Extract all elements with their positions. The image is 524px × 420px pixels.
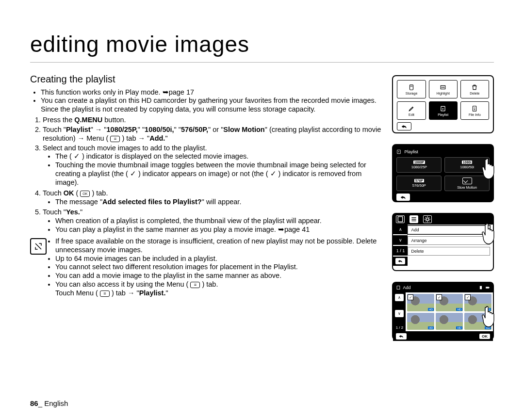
svg-rect-0: [410, 84, 413, 90]
note-item: You can add a movie image to the playlis…: [55, 272, 381, 280]
t: Q.MENU: [74, 116, 102, 124]
t: 1080/25P,: [107, 126, 138, 133]
trash-icon: [471, 84, 478, 91]
page-indicator: 1 / 2: [396, 325, 404, 330]
menu-icon: ≡: [110, 136, 120, 142]
qmenu-storage[interactable]: Storage: [397, 80, 426, 98]
svg-rect-17: [486, 287, 489, 288]
t: Touch ": [43, 126, 66, 133]
svg-rect-3: [441, 85, 445, 89]
qmenu-highlight[interactable]: Highlight: [429, 80, 458, 98]
menu-icon: ≡: [100, 291, 110, 297]
thumbnail[interactable]: ✓HD: [407, 294, 434, 311]
label: Highlight: [437, 92, 450, 95]
menu-delete[interactable]: Delete: [408, 247, 490, 256]
page-number: 86: [30, 399, 38, 407]
opt-576-50p[interactable]: 576P576/50P: [396, 176, 442, 191]
qmenu-grid: Storage Highlight Delete Edit: [397, 80, 489, 120]
check-icon: ✓: [408, 294, 413, 300]
badge: 1080i: [462, 161, 473, 164]
svg-rect-1: [410, 85, 411, 86]
svg-rect-15: [397, 286, 400, 290]
s4-header: Add: [393, 283, 493, 292]
playlist-menu-screen: ∧Add ∨Arrange 1 / 1Delete: [392, 213, 494, 271]
qmenu-screen: Storage Highlight Delete Edit: [392, 75, 494, 133]
manual-page: editing movie images Creating the playli…: [0, 0, 524, 420]
note-item: If free space available on the storage i…: [55, 237, 381, 255]
hd-badge: HD: [428, 308, 434, 311]
nav-up[interactable]: ∧: [393, 225, 408, 234]
t: " will appear.: [202, 198, 242, 206]
t: Add.: [149, 134, 165, 142]
menu-add[interactable]: Add: [408, 226, 490, 234]
label: Edit: [409, 113, 414, 116]
t: You can also access it by using the Menu…: [55, 280, 190, 288]
back-button[interactable]: [397, 122, 411, 130]
qmenu-playlist[interactable]: Playlist: [429, 101, 458, 120]
hand-icon: [480, 221, 500, 247]
t: " or ": [208, 126, 223, 133]
check-icon: ✓: [465, 294, 471, 300]
s3-header: [393, 214, 493, 225]
thumbnail[interactable]: HD: [436, 313, 463, 330]
sd-icon: [478, 285, 483, 290]
playlist-icon: [396, 149, 401, 154]
t: Slow Motion: [223, 126, 264, 133]
note-block: If free space available on the storage i…: [30, 237, 381, 300]
menu-icon: ≡: [190, 282, 200, 288]
s2-header: Playlist: [396, 148, 490, 155]
hand-icon: [480, 156, 500, 182]
menu-arrange[interactable]: Arrange: [408, 236, 490, 245]
label: Playlist: [404, 149, 418, 154]
battery-icon: [485, 285, 490, 290]
label: Slow Motion: [457, 185, 477, 190]
back-button[interactable]: [393, 257, 408, 266]
t: 1080/50i,: [145, 126, 174, 133]
badge: 576P: [414, 179, 424, 182]
thumbnail[interactable]: ✓HD: [436, 294, 463, 311]
t: ) tab.: [90, 189, 108, 197]
qmenu-fileinfo[interactable]: File Info: [460, 101, 489, 120]
sub-bullet: When creation of a playlist is completed…: [55, 217, 381, 226]
note-item: You cannot select two different resoluti…: [55, 263, 381, 272]
label: Delete: [470, 92, 479, 95]
step3-sub: The ( ✓ ) indicator is displayed on the …: [55, 152, 381, 187]
hd-badge: HD: [428, 326, 434, 329]
ok-button[interactable]: OK: [479, 334, 490, 339]
thumbnail[interactable]: HD: [407, 313, 434, 330]
t: OK: [64, 189, 74, 197]
step-4: Touch OK ( OK ) tab. The message "Add se…: [43, 189, 381, 207]
tab-menu[interactable]: [409, 215, 418, 223]
t: Touch: [43, 189, 64, 197]
hand-icon: [480, 304, 500, 330]
note-icon: [30, 238, 47, 255]
tab-playlist[interactable]: [396, 215, 405, 223]
return-icon: [398, 334, 404, 339]
qmenu-delete[interactable]: Delete: [460, 80, 489, 98]
t: ) tab.: [200, 280, 218, 288]
nav-up[interactable]: ∧: [395, 294, 404, 301]
page-indicator: 1 / 1: [393, 246, 408, 256]
pencil-icon: [408, 105, 415, 112]
t: The message ": [55, 198, 102, 206]
nav-down[interactable]: ∨: [395, 310, 404, 317]
svg-rect-10: [475, 108, 475, 110]
qmenu-edit[interactable]: Edit: [397, 101, 426, 120]
back-button[interactable]: [396, 194, 410, 201]
page-title: editing movie images: [30, 31, 494, 63]
sub-bullet: The ( ✓ ) indicator is displayed on the …: [55, 152, 381, 161]
opt-1080-25p[interactable]: 1080P1080/25P: [396, 157, 442, 173]
intro-list: This function works only in Play mode. ➥…: [41, 88, 381, 114]
t: Playlist: [66, 126, 91, 133]
resolution-grid: 1080P1080/25P 1080i1080/50i 576P576/50P …: [396, 157, 490, 191]
back-button[interactable]: [396, 333, 407, 339]
nav-down[interactable]: ∨: [393, 235, 408, 245]
sd-icon: [408, 84, 415, 91]
note-item: You can also access it by using the Menu…: [55, 280, 381, 298]
sub-bullet: Touching the movie thumbnail image toggl…: [55, 161, 381, 187]
return-icon: [397, 259, 403, 263]
label: File Info: [469, 113, 481, 116]
t: _: [38, 399, 45, 407]
tab-settings[interactable]: [423, 215, 432, 223]
t: ": [165, 289, 168, 297]
